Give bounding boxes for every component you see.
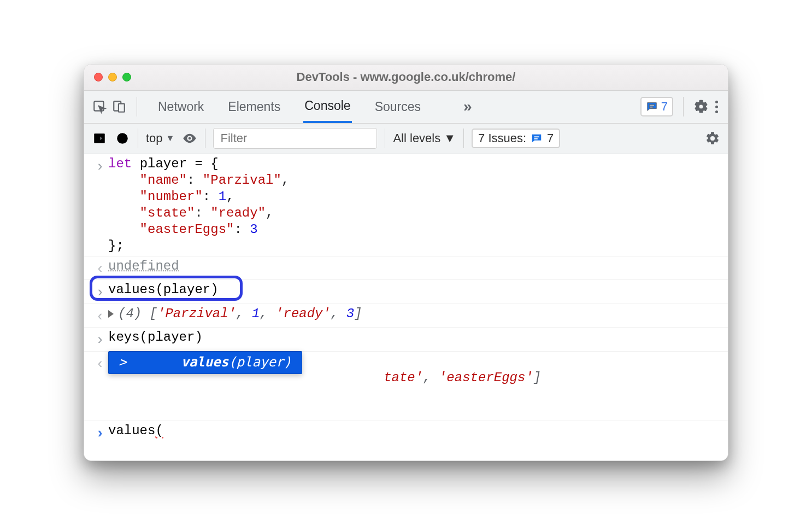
- separator: [463, 129, 464, 148]
- output-chevron-icon: [96, 260, 104, 278]
- devtools-window: DevTools - www.google.co.uk/chrome/ Netw…: [84, 64, 728, 462]
- console-output: let player = { "name": "Parzival", "numb…: [84, 154, 728, 461]
- main-toolbar: Network Elements Console Sources » 7: [84, 91, 728, 124]
- console-output-row[interactable]: ▸ (4) ['name', 'number', 'state', 'easte…: [84, 352, 728, 421]
- log-levels-selector[interactable]: All levels ▼: [393, 131, 456, 145]
- console-filterbar: top ▼ All levels ▼ 7 Issues: 7: [84, 124, 728, 154]
- more-options-icon[interactable]: [713, 101, 720, 113]
- clear-console-icon[interactable]: [115, 131, 130, 146]
- context-label: top: [146, 131, 163, 145]
- sidebar-toggle-icon[interactable]: [92, 131, 107, 146]
- issues-count: 7: [547, 131, 554, 145]
- context-selector[interactable]: top ▼: [146, 131, 174, 145]
- svg-rect-10: [534, 137, 539, 138]
- autocomplete-suggestion[interactable]: >values(player): [108, 351, 302, 374]
- window-title: DevTools - www.google.co.uk/chrome/: [84, 70, 728, 84]
- svg-rect-2: [119, 104, 125, 112]
- panel-tabs: Network Elements Console Sources »: [157, 91, 472, 123]
- console-input[interactable]: values(: [108, 423, 720, 443]
- separator: [205, 129, 205, 148]
- issues-button[interactable]: 7 Issues: 7: [472, 129, 560, 148]
- tab-elements[interactable]: Elements: [227, 92, 281, 122]
- tab-console[interactable]: Console: [303, 91, 351, 123]
- command-text: keys(player): [108, 330, 203, 345]
- suggestion-chevron-icon: >: [119, 354, 126, 370]
- output-chevron-icon: [96, 308, 104, 326]
- separator: [385, 129, 385, 148]
- prompt-chevron-icon: [96, 425, 104, 443]
- settings-icon[interactable]: [693, 99, 709, 114]
- separator: [683, 97, 684, 116]
- device-toolbar-icon[interactable]: [111, 99, 127, 114]
- minimize-window-button[interactable]: [108, 73, 117, 81]
- output-chevron-icon: [96, 355, 104, 374]
- svg-rect-4: [649, 107, 652, 108]
- command-text: values(player): [108, 282, 219, 297]
- maximize-window-button[interactable]: [122, 73, 131, 81]
- more-tabs-icon[interactable]: »: [463, 98, 472, 115]
- filter-input[interactable]: [213, 128, 377, 149]
- svg-rect-3: [649, 105, 654, 106]
- console-prompt-row[interactable]: values(: [84, 421, 728, 445]
- dropdown-caret-icon: ▼: [444, 131, 456, 145]
- live-expression-icon[interactable]: [182, 131, 197, 146]
- messages-badge[interactable]: 7: [640, 97, 673, 116]
- svg-rect-11: [534, 138, 537, 139]
- console-input-row[interactable]: values(player): [84, 280, 728, 304]
- svg-point-9: [189, 137, 191, 140]
- console-input-row[interactable]: keys(player): [84, 328, 728, 352]
- suggestion-text: values(player): [181, 354, 291, 370]
- console-output-row[interactable]: (4) ['Parzival', 1, 'ready', 3]: [84, 304, 728, 328]
- inspect-element-icon[interactable]: [92, 99, 107, 114]
- console-output-row: undefined: [84, 256, 728, 281]
- expand-triangle-icon[interactable]: [108, 310, 114, 318]
- separator: [137, 97, 137, 116]
- input-chevron-icon: [96, 284, 104, 302]
- levels-label: All levels: [393, 131, 440, 145]
- undefined-value: undefined: [108, 259, 179, 273]
- dropdown-caret-icon: ▼: [166, 133, 175, 143]
- input-chevron-icon: [96, 331, 104, 349]
- tab-sources[interactable]: Sources: [374, 92, 422, 122]
- issues-label: 7 Issues:: [478, 131, 526, 145]
- close-window-button[interactable]: [94, 73, 103, 81]
- console-settings-icon[interactable]: [705, 131, 720, 146]
- console-input-row[interactable]: let player = { "name": "Parzival", "numb…: [84, 154, 728, 256]
- messages-count: 7: [661, 100, 668, 114]
- input-chevron-icon: [96, 158, 104, 176]
- svg-rect-5: [94, 134, 105, 143]
- tab-network[interactable]: Network: [157, 92, 205, 122]
- traffic-lights: [94, 73, 131, 81]
- svg-point-7: [117, 133, 128, 144]
- code-block: let player = { "name": "Parzival", "numb…: [108, 156, 720, 254]
- message-icon: [646, 101, 658, 113]
- message-icon: [531, 132, 543, 144]
- titlebar: DevTools - www.google.co.uk/chrome/: [84, 65, 728, 91]
- separator: [138, 129, 138, 148]
